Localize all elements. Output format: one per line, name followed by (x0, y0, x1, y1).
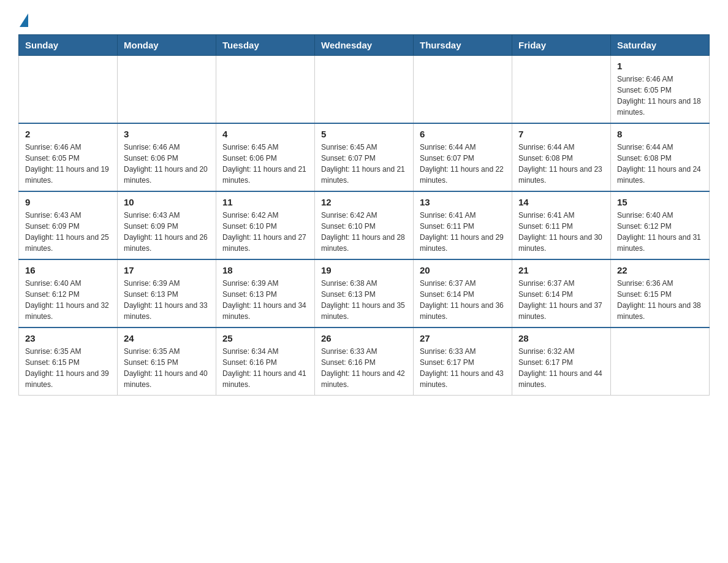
day-info: Sunrise: 6:45 AMSunset: 6:07 PMDaylight:… (321, 142, 407, 186)
day-number: 16 (25, 265, 111, 275)
day-number: 1 (617, 61, 703, 71)
day-cell: 26Sunrise: 6:33 AMSunset: 6:16 PMDayligh… (315, 327, 414, 396)
weekday-header-wednesday: Wednesday (315, 35, 414, 56)
week-row-2: 2Sunrise: 6:46 AMSunset: 6:05 PMDaylight… (19, 123, 710, 191)
day-number: 17 (124, 265, 210, 275)
day-info: Sunrise: 6:33 AMSunset: 6:17 PMDaylight:… (420, 346, 506, 390)
day-info: Sunrise: 6:41 AMSunset: 6:11 PMDaylight:… (420, 210, 506, 254)
day-number: 11 (222, 197, 308, 207)
day-info: Sunrise: 6:37 AMSunset: 6:14 PMDaylight:… (420, 278, 506, 322)
day-info: Sunrise: 6:35 AMSunset: 6:15 PMDaylight:… (124, 346, 210, 390)
day-info: Sunrise: 6:40 AMSunset: 6:12 PMDaylight:… (25, 278, 111, 322)
day-info: Sunrise: 6:39 AMSunset: 6:13 PMDaylight:… (124, 278, 210, 322)
day-cell: 20Sunrise: 6:37 AMSunset: 6:14 PMDayligh… (414, 259, 512, 327)
day-number: 13 (420, 197, 506, 207)
weekday-header-saturday: Saturday (611, 35, 710, 56)
day-number: 28 (518, 333, 604, 343)
day-cell: 23Sunrise: 6:35 AMSunset: 6:15 PMDayligh… (19, 327, 118, 396)
day-cell: 18Sunrise: 6:39 AMSunset: 6:13 PMDayligh… (216, 259, 315, 327)
weekday-header-sunday: Sunday (19, 35, 118, 56)
day-number: 7 (518, 129, 604, 139)
day-number: 18 (222, 265, 308, 275)
day-cell: 13Sunrise: 6:41 AMSunset: 6:11 PMDayligh… (414, 191, 512, 259)
day-cell (19, 56, 118, 124)
day-cell: 28Sunrise: 6:32 AMSunset: 6:17 PMDayligh… (512, 327, 611, 396)
day-cell: 16Sunrise: 6:40 AMSunset: 6:12 PMDayligh… (19, 259, 118, 327)
day-cell: 10Sunrise: 6:43 AMSunset: 6:09 PMDayligh… (118, 191, 216, 259)
week-row-5: 23Sunrise: 6:35 AMSunset: 6:15 PMDayligh… (19, 327, 710, 396)
day-info: Sunrise: 6:33 AMSunset: 6:16 PMDaylight:… (321, 346, 407, 390)
day-number: 19 (321, 265, 407, 275)
day-cell: 8Sunrise: 6:44 AMSunset: 6:08 PMDaylight… (611, 123, 710, 191)
day-number: 25 (222, 333, 308, 343)
day-cell: 3Sunrise: 6:46 AMSunset: 6:06 PMDaylight… (118, 123, 216, 191)
day-number: 14 (518, 197, 604, 207)
day-cell: 17Sunrise: 6:39 AMSunset: 6:13 PMDayligh… (118, 259, 216, 327)
day-info: Sunrise: 6:43 AMSunset: 6:09 PMDaylight:… (25, 210, 111, 254)
day-number: 4 (222, 129, 308, 139)
day-number: 24 (124, 333, 210, 343)
day-info: Sunrise: 6:34 AMSunset: 6:16 PMDaylight:… (222, 346, 308, 390)
day-number: 9 (25, 197, 111, 207)
day-cell (216, 56, 315, 124)
day-number: 26 (321, 333, 407, 343)
day-info: Sunrise: 6:36 AMSunset: 6:15 PMDaylight:… (617, 278, 703, 322)
day-cell: 4Sunrise: 6:45 AMSunset: 6:06 PMDaylight… (216, 123, 315, 191)
day-info: Sunrise: 6:45 AMSunset: 6:06 PMDaylight:… (222, 142, 308, 186)
day-info: Sunrise: 6:35 AMSunset: 6:15 PMDaylight:… (25, 346, 111, 390)
day-number: 20 (420, 265, 506, 275)
day-info: Sunrise: 6:32 AMSunset: 6:17 PMDaylight:… (518, 346, 604, 390)
day-cell: 14Sunrise: 6:41 AMSunset: 6:11 PMDayligh… (512, 191, 611, 259)
day-number: 8 (617, 129, 703, 139)
day-info: Sunrise: 6:39 AMSunset: 6:13 PMDaylight:… (222, 278, 308, 322)
day-cell (118, 56, 216, 124)
week-row-1: 1Sunrise: 6:46 AMSunset: 6:05 PMDaylight… (19, 56, 710, 124)
day-cell: 6Sunrise: 6:44 AMSunset: 6:07 PMDaylight… (414, 123, 512, 191)
day-cell: 22Sunrise: 6:36 AMSunset: 6:15 PMDayligh… (611, 259, 710, 327)
day-cell: 2Sunrise: 6:46 AMSunset: 6:05 PMDaylight… (19, 123, 118, 191)
day-info: Sunrise: 6:46 AMSunset: 6:05 PMDaylight:… (25, 142, 111, 186)
day-cell (414, 56, 512, 124)
day-number: 12 (321, 197, 407, 207)
day-info: Sunrise: 6:41 AMSunset: 6:11 PMDaylight:… (518, 210, 604, 254)
day-info: Sunrise: 6:46 AMSunset: 6:06 PMDaylight:… (124, 142, 210, 186)
weekday-header-friday: Friday (512, 35, 611, 56)
day-number: 22 (617, 265, 703, 275)
week-row-3: 9Sunrise: 6:43 AMSunset: 6:09 PMDaylight… (19, 191, 710, 259)
day-info: Sunrise: 6:42 AMSunset: 6:10 PMDaylight:… (222, 210, 308, 254)
weekday-header-thursday: Thursday (414, 35, 512, 56)
day-cell (512, 56, 611, 124)
day-cell: 5Sunrise: 6:45 AMSunset: 6:07 PMDaylight… (315, 123, 414, 191)
day-info: Sunrise: 6:37 AMSunset: 6:14 PMDaylight:… (518, 278, 604, 322)
day-cell: 19Sunrise: 6:38 AMSunset: 6:13 PMDayligh… (315, 259, 414, 327)
day-number: 23 (25, 333, 111, 343)
weekday-header-monday: Monday (118, 35, 216, 56)
page-header (18, 12, 710, 25)
day-cell (315, 56, 414, 124)
weekday-header-tuesday: Tuesday (216, 35, 315, 56)
day-number: 10 (124, 197, 210, 207)
day-info: Sunrise: 6:40 AMSunset: 6:12 PMDaylight:… (617, 210, 703, 254)
day-number: 6 (420, 129, 506, 139)
day-number: 3 (124, 129, 210, 139)
logo-top (18, 12, 28, 27)
day-cell: 27Sunrise: 6:33 AMSunset: 6:17 PMDayligh… (414, 327, 512, 396)
day-cell: 7Sunrise: 6:44 AMSunset: 6:08 PMDaylight… (512, 123, 611, 191)
day-cell: 1Sunrise: 6:46 AMSunset: 6:05 PMDaylight… (611, 56, 710, 124)
day-number: 2 (25, 129, 111, 139)
day-info: Sunrise: 6:42 AMSunset: 6:10 PMDaylight:… (321, 210, 407, 254)
week-row-4: 16Sunrise: 6:40 AMSunset: 6:12 PMDayligh… (19, 259, 710, 327)
day-info: Sunrise: 6:38 AMSunset: 6:13 PMDaylight:… (321, 278, 407, 322)
logo-triangle-icon (20, 13, 28, 27)
day-info: Sunrise: 6:43 AMSunset: 6:09 PMDaylight:… (124, 210, 210, 254)
day-cell: 15Sunrise: 6:40 AMSunset: 6:12 PMDayligh… (611, 191, 710, 259)
day-info: Sunrise: 6:44 AMSunset: 6:07 PMDaylight:… (420, 142, 506, 186)
day-info: Sunrise: 6:44 AMSunset: 6:08 PMDaylight:… (617, 142, 703, 186)
day-number: 27 (420, 333, 506, 343)
day-cell: 21Sunrise: 6:37 AMSunset: 6:14 PMDayligh… (512, 259, 611, 327)
day-info: Sunrise: 6:44 AMSunset: 6:08 PMDaylight:… (518, 142, 604, 186)
day-number: 15 (617, 197, 703, 207)
weekday-header-row: SundayMondayTuesdayWednesdayThursdayFrid… (19, 35, 710, 56)
day-cell: 12Sunrise: 6:42 AMSunset: 6:10 PMDayligh… (315, 191, 414, 259)
day-cell: 25Sunrise: 6:34 AMSunset: 6:16 PMDayligh… (216, 327, 315, 396)
